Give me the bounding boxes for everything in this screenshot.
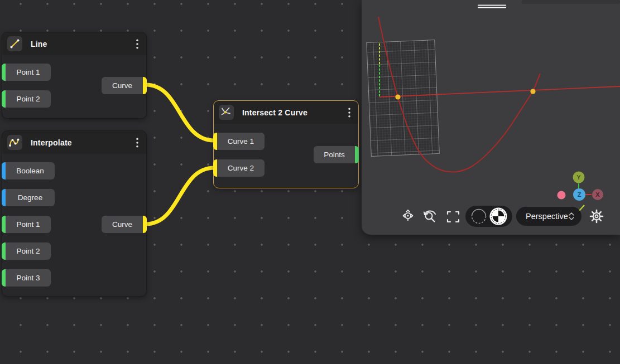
port-connector[interactable] (2, 216, 6, 233)
wireframe-mode-icon (472, 210, 486, 224)
node-interpolate[interactable]: Interpolate Boolean Degree Point 1 Point… (2, 130, 147, 297)
pan-zoom-icon[interactable] (400, 208, 416, 224)
port-label: Boolean (16, 167, 44, 175)
port-label: Point 2 (16, 95, 40, 103)
node-title: Interpolate (31, 138, 72, 147)
port-output-points[interactable]: Points (314, 146, 359, 163)
kebab-menu-icon[interactable] (136, 138, 138, 148)
port-output-curve[interactable]: Curve (102, 216, 147, 233)
node-header[interactable]: Intersect 2 Curve (214, 101, 358, 124)
intersect-icon (219, 105, 234, 120)
port-input-degree[interactable]: Degree (2, 189, 55, 206)
node-canvas[interactable]: Line Point 1 Point 2 Curve (0, 0, 620, 364)
port-label: Point 2 (16, 247, 40, 255)
node-title: Line (31, 40, 47, 48)
port-label: Point 3 (16, 274, 40, 282)
port-connector[interactable] (2, 242, 6, 260)
node-line[interactable]: Line Point 1 Point 2 Curve (2, 32, 147, 119)
interpolate-icon (7, 135, 22, 150)
port-label: Curve 2 (228, 164, 254, 172)
port-label: Curve (112, 220, 132, 229)
port-label: Points (324, 151, 345, 159)
node-header[interactable]: Interpolate (2, 131, 146, 154)
shaded-mode-icon (490, 208, 507, 225)
line-icon (7, 36, 22, 51)
camera-select-value: Perspective (526, 212, 568, 221)
port-label: Degree (18, 193, 42, 202)
port-connector[interactable] (143, 216, 147, 233)
port-input-curve1[interactable]: Curve 1 (213, 133, 265, 150)
viewport-3d[interactable]: Y Z X (362, 0, 620, 235)
node-title: Intersect 2 Curve (242, 108, 307, 117)
settings-gear-icon[interactable] (589, 209, 604, 224)
port-connector[interactable] (2, 162, 6, 179)
kebab-menu-icon[interactable] (136, 39, 138, 49)
camera-select[interactable]: Perspective (516, 207, 581, 226)
port-connector[interactable] (2, 189, 6, 206)
port-connector[interactable] (2, 90, 6, 108)
port-connector[interactable] (2, 269, 6, 287)
port-input-boolean[interactable]: Boolean (2, 162, 55, 179)
viewport-toolbar: Perspective (362, 0, 620, 235)
port-label: Point 1 (16, 220, 40, 229)
node-header[interactable]: Line (2, 32, 146, 55)
chevron-up-down-icon (569, 212, 574, 220)
port-input-point1[interactable]: Point 1 (2, 216, 51, 233)
port-input-point1[interactable]: Point 1 (2, 64, 51, 81)
port-label: Curve 1 (228, 137, 254, 145)
display-mode-toggle[interactable] (465, 206, 512, 227)
port-output-curve[interactable]: Curve (102, 77, 147, 94)
port-connector[interactable] (2, 64, 6, 81)
wire-interpolate-curve-to-curve2[interactable] (146, 168, 214, 224)
port-label: Point 1 (16, 68, 40, 76)
kebab-menu-icon[interactable] (348, 108, 350, 118)
port-connector[interactable] (143, 77, 147, 94)
port-input-point2[interactable]: Point 2 (2, 242, 51, 260)
port-label: Curve (112, 81, 132, 90)
zoom-reset-icon[interactable] (422, 208, 438, 224)
node-intersect-2-curve[interactable]: Intersect 2 Curve Curve 1 Curve 2 Points (213, 100, 359, 188)
wire-line-curve-to-curve1[interactable] (146, 85, 214, 140)
frame-all-icon[interactable] (446, 210, 460, 224)
port-input-point2[interactable]: Point 2 (2, 90, 51, 108)
port-connector[interactable] (213, 133, 217, 150)
port-input-point3[interactable]: Point 3 (2, 269, 51, 287)
port-input-curve2[interactable]: Curve 2 (213, 159, 265, 177)
port-connector[interactable] (355, 146, 359, 163)
port-connector[interactable] (213, 159, 217, 177)
